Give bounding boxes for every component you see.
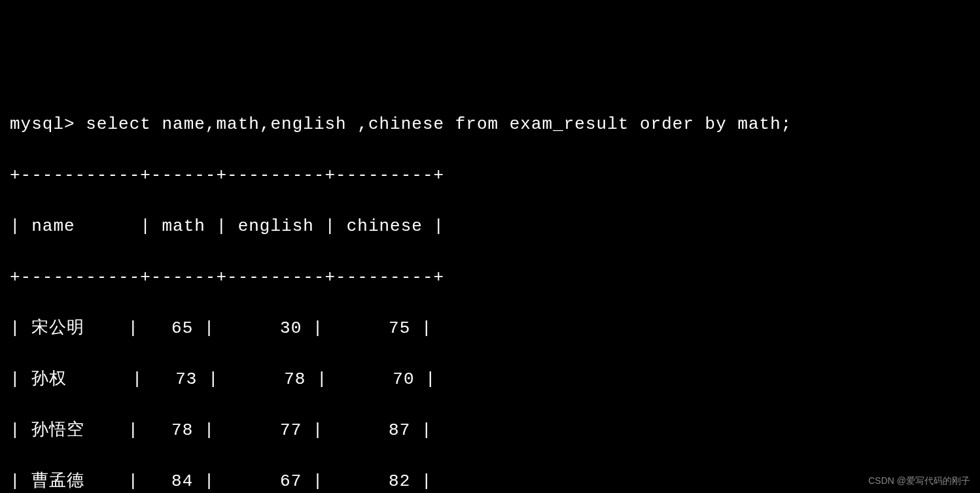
table-row: | 孙权 | 73 | 78 | 70 | — [10, 367, 970, 392]
table-row: | 孙悟空 | 78 | 77 | 87 | — [10, 418, 970, 443]
prompt: mysql> — [10, 114, 75, 134]
query-line: mysql> select name,math,english ,chinese… — [10, 112, 970, 137]
table-header: | name | math | english | chinese | — [10, 214, 970, 239]
table-row: | 宋公明 | 65 | 30 | 75 | — [10, 316, 970, 341]
sql-query: select name,math,english ,chinese from e… — [86, 114, 792, 134]
table-divider-mid: +-----------+------+---------+---------+ — [10, 265, 970, 290]
table-row: | 曹孟德 | 84 | 67 | 82 | — [10, 469, 970, 493]
watermark: CSDN @爱写代码的刚子 — [868, 474, 970, 488]
table-divider-top: +-----------+------+---------+---------+ — [10, 163, 970, 188]
